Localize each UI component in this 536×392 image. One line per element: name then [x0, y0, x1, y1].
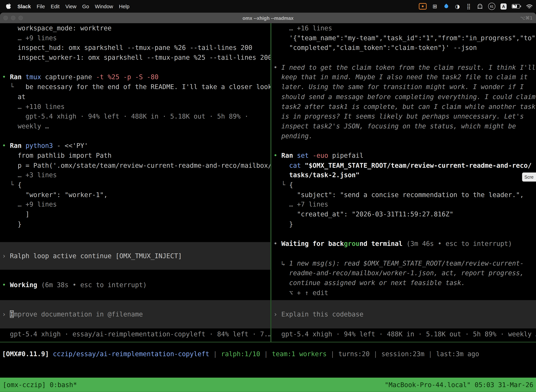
omx-status-line: [OMX#0.11.9] cczip/essay/ai-reimplementa…	[2, 349, 534, 359]
half-circle-icon[interactable]: ◑	[455, 3, 460, 10]
right-pane-status-line: gpt-5.4 xhigh · 94% left · 488K in · 5.1…	[273, 329, 536, 339]
tmux-session-window-label: [omx-cczip] 0:bash*	[3, 381, 77, 389]
battery-gauge-icon[interactable]: 61	[488, 3, 495, 10]
menu-item-view[interactable]: View	[65, 3, 77, 9]
input-source-icon[interactable]: A	[500, 3, 507, 10]
window-shortcut-hint: ⌥⌘1	[520, 13, 533, 23]
menu-item-window[interactable]: Window	[95, 3, 113, 9]
menu-item-help[interactable]: Help	[119, 3, 129, 9]
window-minimize-button[interactable]	[11, 16, 15, 20]
tmux-pane-right[interactable]: … +16 lines '{"team_name":"my-team","tas…	[272, 23, 536, 342]
menu-item-go[interactable]: Go	[82, 3, 89, 9]
battery-gauge-value: 61	[488, 3, 495, 10]
ralph-loop-banner: › Ralph loop active continue [OMX_TMUX_I…	[0, 242, 270, 270]
screen: Slack File Edit View Go Window Help ⊞ ◑ …	[0, 0, 536, 392]
tmux-status-bar: [omx-cczip] 0:bash* "MacBook-Pro-44.loca…	[0, 378, 536, 392]
window-close-button[interactable]	[3, 16, 8, 20]
prompt-input-left-text: › Improve documentation in @filename	[2, 309, 143, 319]
tooltip-clipped: Scre	[522, 173, 536, 182]
ralph-loop-text: › Ralph loop active continue [OMX_TMUX_I…	[2, 251, 182, 261]
wifi-icon[interactable]	[526, 3, 533, 10]
right-pane-transcript: … +16 lines '{"team_name":"my-team","tas…	[273, 23, 536, 298]
dots-grid-icon[interactable]: ⣿	[466, 3, 472, 10]
left-pane-status-line: gpt-5.4 xhigh · essay/ai-reimplementatio…	[2, 329, 270, 339]
input-source-letter: A	[500, 3, 507, 9]
window-grid-icon[interactable]: ⊞	[432, 3, 438, 10]
ghost-icon[interactable]	[477, 3, 483, 10]
active-app-name[interactable]: Slack	[17, 3, 31, 9]
apple-menu-icon[interactable]	[5, 3, 12, 10]
menu-item-edit[interactable]: Edit	[51, 3, 59, 9]
prompt-input-right[interactable]: › Explain this codebase	[272, 300, 536, 328]
prompt-input-right-text: › Explain this codebase	[273, 309, 363, 319]
left-pane-transcript: workspace_mode: worktree … +9 lines insp…	[2, 23, 270, 229]
window-title: omx --xhigh --madmax	[0, 15, 536, 21]
tmux-host-datetime-label: "MacBook-Pro-44.local" 05:03 31-Mar-26	[385, 381, 533, 389]
tmux-horizontal-pane-divider	[0, 342, 536, 342]
drop-icon[interactable]	[443, 3, 449, 10]
window-zoom-button[interactable]	[19, 16, 23, 20]
menu-item-file[interactable]: File	[37, 3, 45, 9]
menu-bar: Slack File Edit View Go Window Help ⊞ ◑ …	[0, 0, 536, 13]
battery-charging-icon[interactable]: ϟ	[512, 3, 521, 10]
menu-bar-status-icons: ⊞ ◑ ⣿ 61 A ϟ	[419, 3, 536, 10]
working-status-row: • Working (6m 38s • esc to interrupt)	[2, 280, 270, 290]
screen-recording-indicator-icon[interactable]	[419, 3, 427, 10]
window-titlebar[interactable]: omx --xhigh --madmax ⌥⌘1	[0, 13, 536, 23]
tmux-pane-left[interactable]: workspace_mode: worktree … +9 lines insp…	[0, 23, 270, 342]
prompt-input-left[interactable]: › Improve documentation in @filename	[0, 300, 270, 328]
